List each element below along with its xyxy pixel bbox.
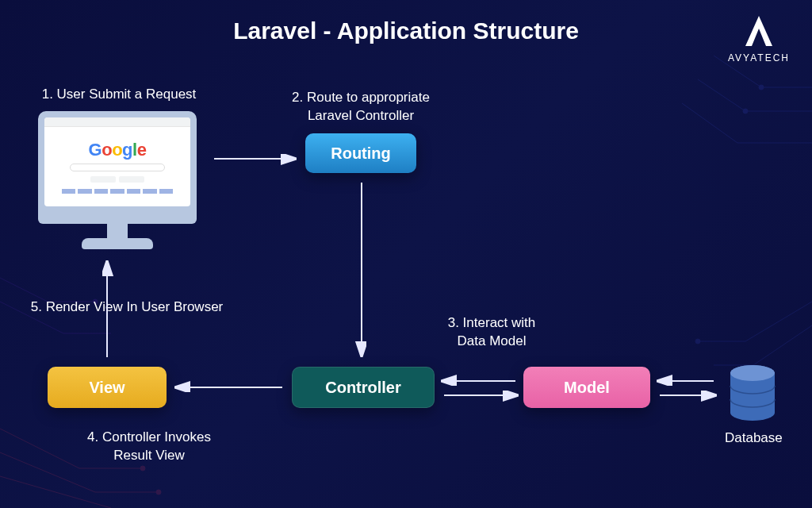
flow-arrows <box>0 0 812 508</box>
